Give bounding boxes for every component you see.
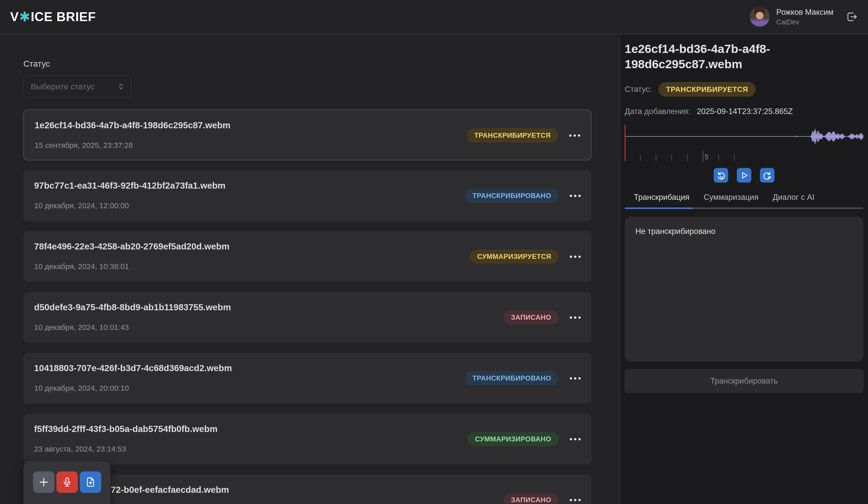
ellipsis-icon <box>578 438 581 440</box>
recording-card[interactable]: 10418803-707e-426f-b3d7-4c68d369acd2.web… <box>23 353 591 404</box>
transcript-placeholder-text: Не транскрибировано <box>636 227 853 236</box>
recording-title: 78f4e496-22e3-4258-ab20-2769ef5ad20d.web… <box>34 241 230 252</box>
tab-summarization[interactable]: Суммаризация <box>696 192 766 203</box>
ellipsis-icon <box>574 438 576 440</box>
create-actions-panel <box>23 461 110 504</box>
recording-card-side: ТРАНСКРИБИРУЕТСЯ <box>467 110 582 161</box>
recording-date: 10 декабря, 2024, 10:38:01 <box>34 262 129 271</box>
detail-filename: 1e26cf14-bd36-4a7b-a4f8- 198d6c295c87.we… <box>625 41 864 72</box>
avatar[interactable] <box>750 7 769 27</box>
status-filter-label: Статус <box>23 59 591 69</box>
ellipsis-icon <box>574 195 576 197</box>
tab-ai-dialog[interactable]: Диалог с AI <box>766 192 822 203</box>
status-badge: ТРАНСКРИБИРУЕТСЯ <box>467 128 558 142</box>
play-icon <box>740 171 749 180</box>
add-button[interactable] <box>33 471 54 493</box>
ellipsis-icon <box>578 316 581 319</box>
playhead-cursor[interactable] <box>625 125 626 161</box>
recording-menu-button[interactable] <box>568 192 582 200</box>
recording-card[interactable]: f5ff39dd-2fff-43f3-b05a-dab5754fb0fb.web… <box>23 414 591 465</box>
recording-menu-button[interactable] <box>568 252 582 261</box>
recording-title: 97bc77c1-ea31-46f3-92fb-412bf2a73fa1.web… <box>34 181 226 191</box>
file-plus-icon <box>85 477 96 487</box>
detail-date-label: Дата добавления: <box>625 107 690 116</box>
ellipsis-icon <box>574 377 576 380</box>
user-menu[interactable]: Рожков Максим CatDev <box>750 7 858 27</box>
tab-underline-active <box>625 208 693 209</box>
svg-text:10: 10 <box>767 175 771 179</box>
skip-back-10-button[interactable]: 10 <box>714 168 728 182</box>
recording-card[interactable]: 97bc77c1-ea31-46f3-92fb-412bf2a73fa1.web… <box>23 170 591 221</box>
detail-filename-line1: 1e26cf14-bd36-4a7b-a4f8- <box>625 41 864 57</box>
logo-text-rest: ICE BRIEF <box>31 9 96 24</box>
app-logo: V✱ICE BRIEF <box>10 9 96 24</box>
recordings-list: 1e26cf14-bd36-4a7b-a4f8-198d6c295c87.web… <box>23 110 591 504</box>
record-audio-button[interactable] <box>56 471 78 493</box>
app-header: V✱ICE BRIEF Рожков Максим CatDev <box>0 0 868 34</box>
logo-text-v: V <box>10 9 19 24</box>
ellipsis-icon <box>578 134 580 137</box>
recording-menu-button[interactable] <box>568 131 582 140</box>
ellipsis-icon <box>570 255 572 258</box>
detail-date-value: 2025-09-14T23:37:25.865Z <box>697 107 793 116</box>
tab-transcription[interactable]: Транскрибация <box>628 192 696 203</box>
detail-status-badge: ТРАНСКРИБИРУЕТСЯ <box>659 82 756 97</box>
recording-menu-button[interactable] <box>568 435 582 443</box>
transcribe-button[interactable]: Транскрибировать <box>625 369 864 393</box>
timeline-ruler: 5 <box>625 150 864 162</box>
recording-menu-button[interactable] <box>568 374 582 383</box>
ellipsis-icon <box>570 316 572 319</box>
ellipsis-icon <box>569 134 571 137</box>
ellipsis-icon <box>574 134 576 137</box>
ellipsis-icon <box>574 316 576 319</box>
svg-text:10: 10 <box>719 175 723 179</box>
recording-card-side: ЗАПИСАНО <box>504 474 582 504</box>
user-org: CatDev <box>776 18 834 26</box>
status-badge: ЗАПИСАНО <box>504 493 559 504</box>
ellipsis-icon <box>570 377 572 380</box>
recording-card[interactable]: d50defe3-9a75-4fb8-8bd9-ab1b11983755.web… <box>23 292 591 343</box>
playback-controls: 10 10 <box>625 168 864 182</box>
recording-menu-button[interactable] <box>568 496 582 504</box>
status-filter-placeholder: Выберите статус <box>31 82 95 91</box>
ellipsis-icon <box>574 255 576 258</box>
ellipsis-icon <box>570 499 572 501</box>
recording-date: 10 декабря, 2024, 10:01:43 <box>34 323 129 332</box>
status-badge: СУММАРИЗИРУЕТСЯ <box>470 250 559 264</box>
user-name: Рожков Максим <box>776 7 834 17</box>
status-badge: ТРАНСКРИБИРОВАНО <box>465 371 559 385</box>
recording-card[interactable]: 1e26cf14-bd36-4a7b-a4f8-198d6c295c87.web… <box>23 110 591 160</box>
ellipsis-icon <box>570 195 572 197</box>
ellipsis-icon <box>578 255 581 258</box>
upload-file-button[interactable] <box>80 471 101 493</box>
recording-menu-button[interactable] <box>568 313 582 322</box>
logout-icon <box>846 11 858 23</box>
status-badge: СУММАРИЗИРОВАНО <box>467 432 559 446</box>
recording-title: d50defe3-9a75-4fb8-8bd9-ab1b11983755.web… <box>34 302 231 312</box>
recording-card-side: СУММАРИЗИРУЕТСЯ <box>470 231 582 282</box>
logout-button[interactable] <box>846 11 858 23</box>
chevron-updown-icon <box>117 82 125 91</box>
status-badge: ЗАПИСАНО <box>504 310 559 324</box>
status-filter-select[interactable]: Выберите статус <box>23 75 131 98</box>
recording-card[interactable]: 78f4e496-22e3-4258-ab20-2769ef5ad20d.web… <box>23 231 591 282</box>
microphone-icon <box>62 477 72 487</box>
recording-card-side: СУММАРИЗИРОВАНО <box>467 414 582 465</box>
recordings-panel: Статус Выберите статус 1e26cf14-bd36-4a7… <box>0 34 620 504</box>
ruler-second-label: 5 <box>705 153 709 161</box>
recording-card-side: ТРАНСКРИБИРОВАНО <box>465 170 582 221</box>
plus-icon <box>38 476 49 488</box>
ellipsis-icon <box>574 499 576 501</box>
recording-date: 15 сентября, 2025, 23:37:28 <box>34 141 133 150</box>
waveform[interactable] <box>625 125 864 148</box>
tab-underline-track <box>625 208 864 209</box>
skip-forward-10-button[interactable]: 10 <box>760 168 774 182</box>
play-button[interactable] <box>737 168 751 182</box>
detail-status-label: Статус: <box>625 85 652 94</box>
logo-asterisk-icon: ✱ <box>19 10 31 23</box>
forward-10-icon: 10 <box>762 170 772 181</box>
ellipsis-icon <box>578 499 581 501</box>
ellipsis-icon <box>578 377 581 380</box>
audio-player[interactable]: 5 <box>625 125 864 162</box>
transcript-panel: Не транскрибировано <box>625 216 864 362</box>
